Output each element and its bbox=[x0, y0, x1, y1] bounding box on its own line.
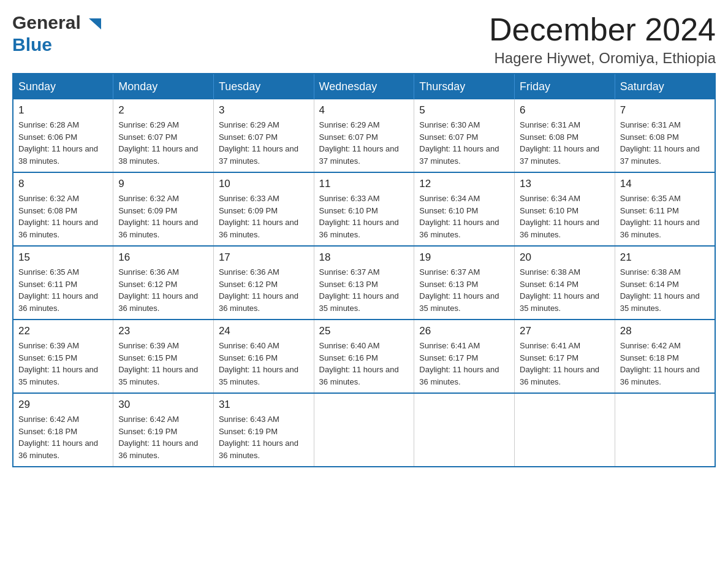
day-number: 3 bbox=[219, 104, 309, 117]
day-detail: Sunrise: 6:37 AM Sunset: 6:13 PM Dayligh… bbox=[319, 266, 409, 314]
table-row bbox=[414, 393, 515, 467]
day-detail: Sunrise: 6:41 AM Sunset: 6:17 PM Dayligh… bbox=[419, 340, 509, 388]
day-number: 17 bbox=[219, 251, 309, 264]
table-row: 4 Sunrise: 6:29 AM Sunset: 6:07 PM Dayli… bbox=[314, 99, 414, 172]
day-number: 13 bbox=[520, 178, 610, 190]
day-number: 14 bbox=[620, 178, 710, 190]
table-row bbox=[615, 393, 715, 467]
day-number: 28 bbox=[620, 325, 710, 337]
table-row: 22 Sunrise: 6:39 AM Sunset: 6:15 PM Dayl… bbox=[13, 320, 113, 393]
day-detail: Sunrise: 6:36 AM Sunset: 6:12 PM Dayligh… bbox=[219, 266, 309, 314]
table-row bbox=[515, 393, 615, 467]
table-row: 17 Sunrise: 6:36 AM Sunset: 6:12 PM Dayl… bbox=[213, 246, 314, 320]
day-number: 8 bbox=[18, 178, 108, 190]
calendar-week-row: 22 Sunrise: 6:39 AM Sunset: 6:15 PM Dayl… bbox=[13, 320, 715, 393]
table-row: 3 Sunrise: 6:29 AM Sunset: 6:07 PM Dayli… bbox=[213, 99, 314, 172]
table-row: 1 Sunrise: 6:28 AM Sunset: 6:06 PM Dayli… bbox=[13, 99, 113, 172]
day-detail: Sunrise: 6:39 AM Sunset: 6:15 PM Dayligh… bbox=[18, 340, 108, 388]
day-number: 16 bbox=[118, 251, 208, 264]
title-block: December 2024 Hagere Hiywet, Oromiya, Et… bbox=[489, 12, 716, 67]
day-detail: Sunrise: 6:29 AM Sunset: 6:07 PM Dayligh… bbox=[118, 119, 208, 167]
day-detail: Sunrise: 6:30 AM Sunset: 6:07 PM Dayligh… bbox=[419, 119, 509, 167]
table-row: 7 Sunrise: 6:31 AM Sunset: 6:08 PM Dayli… bbox=[615, 99, 715, 172]
day-detail: Sunrise: 6:43 AM Sunset: 6:19 PM Dayligh… bbox=[219, 413, 309, 461]
day-number: 23 bbox=[118, 325, 208, 337]
table-row: 10 Sunrise: 6:33 AM Sunset: 6:09 PM Dayl… bbox=[213, 172, 314, 246]
svg-marker-0 bbox=[89, 18, 101, 29]
table-row: 9 Sunrise: 6:32 AM Sunset: 6:09 PM Dayli… bbox=[113, 172, 214, 246]
day-detail: Sunrise: 6:29 AM Sunset: 6:07 PM Dayligh… bbox=[319, 119, 409, 167]
day-detail: Sunrise: 6:35 AM Sunset: 6:11 PM Dayligh… bbox=[620, 193, 710, 240]
logo-general: General bbox=[12, 12, 101, 34]
table-row: 15 Sunrise: 6:35 AM Sunset: 6:11 PM Dayl… bbox=[13, 246, 113, 320]
day-detail: Sunrise: 6:33 AM Sunset: 6:09 PM Dayligh… bbox=[219, 193, 309, 240]
month-title: December 2024 bbox=[489, 12, 716, 47]
table-row: 20 Sunrise: 6:38 AM Sunset: 6:14 PM Dayl… bbox=[515, 246, 615, 320]
day-detail: Sunrise: 6:42 AM Sunset: 6:18 PM Dayligh… bbox=[18, 413, 108, 461]
table-row: 12 Sunrise: 6:34 AM Sunset: 6:10 PM Dayl… bbox=[414, 172, 515, 246]
day-number: 27 bbox=[520, 325, 610, 337]
table-row: 11 Sunrise: 6:33 AM Sunset: 6:10 PM Dayl… bbox=[314, 172, 414, 246]
logo: General Blue bbox=[12, 12, 101, 56]
table-row: 25 Sunrise: 6:40 AM Sunset: 6:16 PM Dayl… bbox=[314, 320, 414, 393]
day-detail: Sunrise: 6:39 AM Sunset: 6:15 PM Dayligh… bbox=[118, 340, 208, 388]
day-number: 18 bbox=[319, 251, 409, 264]
day-detail: Sunrise: 6:32 AM Sunset: 6:08 PM Dayligh… bbox=[18, 193, 108, 240]
day-detail: Sunrise: 6:41 AM Sunset: 6:17 PM Dayligh… bbox=[520, 340, 610, 388]
table-row: 26 Sunrise: 6:41 AM Sunset: 6:17 PM Dayl… bbox=[414, 320, 515, 393]
table-row: 13 Sunrise: 6:34 AM Sunset: 6:10 PM Dayl… bbox=[515, 172, 615, 246]
day-number: 22 bbox=[18, 325, 108, 337]
day-detail: Sunrise: 6:37 AM Sunset: 6:13 PM Dayligh… bbox=[419, 266, 509, 314]
calendar-week-row: 1 Sunrise: 6:28 AM Sunset: 6:06 PM Dayli… bbox=[13, 99, 715, 172]
table-row: 2 Sunrise: 6:29 AM Sunset: 6:07 PM Dayli… bbox=[113, 99, 214, 172]
day-detail: Sunrise: 6:31 AM Sunset: 6:08 PM Dayligh… bbox=[520, 119, 610, 167]
day-detail: Sunrise: 6:34 AM Sunset: 6:10 PM Dayligh… bbox=[419, 193, 509, 240]
day-number: 4 bbox=[319, 104, 409, 117]
day-detail: Sunrise: 6:40 AM Sunset: 6:16 PM Dayligh… bbox=[319, 340, 409, 388]
table-row: 19 Sunrise: 6:37 AM Sunset: 6:13 PM Dayl… bbox=[414, 246, 515, 320]
calendar-week-row: 15 Sunrise: 6:35 AM Sunset: 6:11 PM Dayl… bbox=[13, 246, 715, 320]
table-row: 6 Sunrise: 6:31 AM Sunset: 6:08 PM Dayli… bbox=[515, 99, 615, 172]
table-row: 16 Sunrise: 6:36 AM Sunset: 6:12 PM Dayl… bbox=[113, 246, 214, 320]
table-row: 5 Sunrise: 6:30 AM Sunset: 6:07 PM Dayli… bbox=[414, 99, 515, 172]
day-number: 15 bbox=[18, 251, 108, 264]
day-detail: Sunrise: 6:42 AM Sunset: 6:18 PM Dayligh… bbox=[620, 340, 710, 388]
day-number: 26 bbox=[419, 325, 509, 337]
col-tuesday: Tuesday bbox=[213, 74, 314, 99]
day-number: 2 bbox=[118, 104, 208, 117]
day-number: 9 bbox=[118, 178, 208, 190]
day-number: 6 bbox=[520, 104, 610, 117]
table-row: 18 Sunrise: 6:37 AM Sunset: 6:13 PM Dayl… bbox=[314, 246, 414, 320]
day-detail: Sunrise: 6:33 AM Sunset: 6:10 PM Dayligh… bbox=[319, 193, 409, 240]
table-row: 24 Sunrise: 6:40 AM Sunset: 6:16 PM Dayl… bbox=[213, 320, 314, 393]
day-number: 24 bbox=[219, 325, 309, 337]
day-number: 7 bbox=[620, 104, 710, 117]
day-number: 31 bbox=[219, 399, 309, 411]
table-row bbox=[314, 393, 414, 467]
day-number: 11 bbox=[319, 178, 409, 190]
day-detail: Sunrise: 6:36 AM Sunset: 6:12 PM Dayligh… bbox=[118, 266, 208, 314]
day-detail: Sunrise: 6:28 AM Sunset: 6:06 PM Dayligh… bbox=[18, 119, 108, 167]
day-detail: Sunrise: 6:29 AM Sunset: 6:07 PM Dayligh… bbox=[219, 119, 309, 167]
logo-arrow-icon bbox=[89, 18, 101, 29]
table-row: 23 Sunrise: 6:39 AM Sunset: 6:15 PM Dayl… bbox=[113, 320, 214, 393]
table-row: 8 Sunrise: 6:32 AM Sunset: 6:08 PM Dayli… bbox=[13, 172, 113, 246]
calendar-header-row: Sunday Monday Tuesday Wednesday Thursday… bbox=[13, 74, 715, 99]
day-number: 1 bbox=[18, 104, 108, 117]
logo-blue: Blue bbox=[12, 34, 101, 56]
table-row: 29 Sunrise: 6:42 AM Sunset: 6:18 PM Dayl… bbox=[13, 393, 113, 467]
calendar-week-row: 29 Sunrise: 6:42 AM Sunset: 6:18 PM Dayl… bbox=[13, 393, 715, 467]
col-monday: Monday bbox=[113, 74, 214, 99]
day-detail: Sunrise: 6:42 AM Sunset: 6:19 PM Dayligh… bbox=[118, 413, 208, 461]
col-wednesday: Wednesday bbox=[314, 74, 414, 99]
day-detail: Sunrise: 6:35 AM Sunset: 6:11 PM Dayligh… bbox=[18, 266, 108, 314]
day-detail: Sunrise: 6:38 AM Sunset: 6:14 PM Dayligh… bbox=[620, 266, 710, 314]
day-detail: Sunrise: 6:40 AM Sunset: 6:16 PM Dayligh… bbox=[219, 340, 309, 388]
table-row: 27 Sunrise: 6:41 AM Sunset: 6:17 PM Dayl… bbox=[515, 320, 615, 393]
day-number: 19 bbox=[419, 251, 509, 264]
day-number: 12 bbox=[419, 178, 509, 190]
day-number: 30 bbox=[118, 399, 208, 411]
col-saturday: Saturday bbox=[615, 74, 715, 99]
calendar-table: Sunday Monday Tuesday Wednesday Thursday… bbox=[12, 73, 716, 467]
table-row: 21 Sunrise: 6:38 AM Sunset: 6:14 PM Dayl… bbox=[615, 246, 715, 320]
